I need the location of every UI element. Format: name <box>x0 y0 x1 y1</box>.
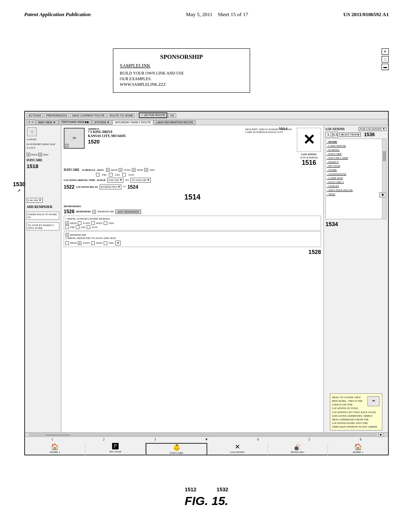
rp-scroll-down[interactable]: ▼ <box>379 192 386 197</box>
minimize-btn[interactable]: ▬ <box>382 64 389 70</box>
delay-label: LOCATION DELAY <box>76 186 98 188</box>
loc-work[interactable]: WORK <box>327 168 385 172</box>
reminder-2: REMIND ME 2 BRING MEDICINE TO DAYCARE MA… <box>64 231 321 247</box>
r1-sat[interactable] <box>76 225 79 229</box>
for-locations-select[interactable]: FOR LOCATIONS ▼ <box>359 127 386 131</box>
stop-home2[interactable]: 🏠 HOME 1 <box>328 443 388 455</box>
time-select[interactable]: 9:00 AM ▼ <box>27 198 43 203</box>
thu-check[interactable] <box>144 168 148 172</box>
fig-title: FIG. 15. <box>185 494 228 508</box>
list-scrollbar[interactable] <box>382 139 386 219</box>
fri-check[interactable] <box>96 173 100 177</box>
sun-check[interactable] <box>122 173 126 177</box>
maximize-btn[interactable]: □ <box>382 56 389 62</box>
reminder-2-days: MON TUES WED THU ▼ <box>65 241 319 245</box>
preferences-button[interactable]: PREFERENCES <box>44 113 69 118</box>
actions-button[interactable]: ACTIONS <box>27 113 43 118</box>
rp-xx-btn[interactable]: XX <box>332 132 338 137</box>
fig-num-1532: 1532 <box>217 486 228 493</box>
rp-header: LOCATIONS FOR LOCATIONS ▼ <box>325 127 386 131</box>
remind-me-check[interactable] <box>92 210 96 214</box>
tab-system[interactable]: SYSTEM ▼ <box>92 120 112 125</box>
tab-lake[interactable]: LAKE RECREATION ROUTE <box>154 120 196 125</box>
add-reminder-btn[interactable]: ADD REMINDER <box>115 210 141 214</box>
r2-thu[interactable] <box>104 241 107 245</box>
delay-select[interactable]: 90 MINUTES ▼ <box>100 185 122 189</box>
loc-syrups[interactable]: SYRUPS <box>327 184 385 188</box>
loc-camp-site[interactable]: CAMP SITE <box>327 176 385 180</box>
r1-wed[interactable] <box>91 221 95 225</box>
map-mini-icon: 🗺 <box>367 396 380 406</box>
loc-lighthouse[interactable]: LIGHTHOUSE <box>327 172 385 176</box>
arrival-from-select[interactable]: 9:00 AM ▼ <box>107 178 123 183</box>
center-panel: VIA 4 🗺 ADDRESS 7 S KING DRIVEKANSAS C <box>61 125 323 446</box>
timeline-scrollbar[interactable]: ► <box>25 433 388 437</box>
tab-saturday[interactable]: SATURDAY FAMILY ROUTE <box>113 120 154 125</box>
arrival-to-select[interactable]: TO 9:00 AM ▼ <box>130 178 151 183</box>
thu-label: THU <box>43 153 48 156</box>
xx-button[interactable]: XX <box>168 113 176 118</box>
r2-wed[interactable] <box>91 241 95 245</box>
stop-location[interactable]: ✕ LOCATION <box>207 443 268 455</box>
loc-pit-stop[interactable]: PIT STOP <box>327 164 385 168</box>
thu-checkbox[interactable] <box>38 153 42 156</box>
stop-bowling-label: BOWLING <box>291 451 304 454</box>
r1-tues[interactable] <box>78 221 81 225</box>
save-route-button[interactable]: SAVE CURRENT ROUTE <box>70 113 107 118</box>
stop-bowling[interactable]: 🎳 BOWLING <box>268 443 328 455</box>
stop-location-label: LOCATION <box>230 451 244 454</box>
stop-pitstop[interactable]: 🅿 PIT STOP <box>86 443 146 455</box>
daycare-row: WED THU <box>27 153 59 156</box>
timeline-bar: ► 1 2 3 ▼ 4 5 6 🏠 HOME 1 🅿 PIT ST <box>25 432 388 455</box>
r2-select[interactable]: ▼ <box>115 241 121 245</box>
stop-home1[interactable]: 🏠 HOME 1 <box>25 443 86 455</box>
r1-thu[interactable] <box>104 221 107 225</box>
large-x-icon: ✕ <box>297 128 321 152</box>
stop-daycare[interactable]: 👶 DAYCARE <box>146 443 207 455</box>
wed-check[interactable] <box>132 168 136 172</box>
active-route-button[interactable]: ✓ ACTIVE ROUTE <box>139 112 167 118</box>
r1-sun[interactable] <box>87 225 90 229</box>
route-home-button[interactable]: ROUTE TO HOME <box>107 113 135 118</box>
nav-icon[interactable]: ⊙ ⊙ <box>27 120 35 125</box>
mon-check[interactable] <box>106 168 110 172</box>
tab-map-view[interactable]: MAP VIEW ▼ <box>36 120 58 125</box>
r1-mon[interactable] <box>65 221 69 225</box>
timeline-scroll-track <box>29 434 377 436</box>
loc-soccer-camp[interactable]: SOCCER CAMP <box>327 156 385 160</box>
loc-daycare[interactable]: DAYCARE <box>327 152 385 156</box>
r2-mon[interactable] <box>65 241 69 245</box>
to-label: TO <box>125 179 129 182</box>
nav-up-icon[interactable]: ↑ <box>27 127 37 136</box>
close-btn[interactable]: ✕ <box>382 48 389 55</box>
loc-marys[interactable]: MARY'S <box>327 160 385 164</box>
left-panel: ↑ O 69105 IS JUNIOR'S NEW DAY S CITY. WE… <box>25 125 61 446</box>
r2-tues[interactable] <box>78 241 81 245</box>
stop-home1-label: HOME 1 <box>50 451 60 454</box>
loc-teds[interactable]: TEDS <box>327 192 385 196</box>
tues-check[interactable] <box>119 168 122 172</box>
sat-check[interactable] <box>109 173 113 177</box>
tab-tripchain[interactable]: TRIPCHAIN VIEW ▶▶ <box>59 120 92 125</box>
header-sheet: Sheet 15 of 17 <box>218 11 248 17</box>
list-view-btn[interactable]: ◄LIST VIEW► <box>339 133 361 137</box>
locations-list[interactable]: HOME LAKE HOUSE SCHOOL DAYCARE SOCCER CA… <box>325 139 386 219</box>
loc-home[interactable]: HOME <box>327 140 385 144</box>
sponsorship-link[interactable]: SAMPLELINK <box>120 63 243 69</box>
header-center: May 5, 2011 Sheet 15 of 17 <box>186 11 248 18</box>
wed-checkbox[interactable] <box>27 153 30 156</box>
rp-x-btn[interactable]: X <box>325 132 331 137</box>
r1-fri[interactable] <box>65 225 69 229</box>
loc-jims[interactable]: JIM'S FEED HOUSE <box>327 188 385 192</box>
loc-school[interactable]: SCHOOL <box>327 148 385 152</box>
tl-num-5: 5 <box>284 438 335 441</box>
reminder-1-days: MON TUES WED THU <box>65 221 319 225</box>
schedule-label: SCHEDULE - DAYS <box>82 169 104 171</box>
loc-lake-house[interactable]: LAKE HOUSE <box>327 144 385 148</box>
loc-daycare2[interactable]: DAYCARE 2 <box>327 180 385 184</box>
toolbar-sep <box>137 112 137 118</box>
timeline-right-arrow[interactable]: ► <box>378 432 384 437</box>
daycare-label: DAYCARE <box>27 158 59 162</box>
r2-remind-check[interactable] <box>65 233 69 237</box>
map-thumbnail[interactable]: 🗺 <box>64 128 85 149</box>
